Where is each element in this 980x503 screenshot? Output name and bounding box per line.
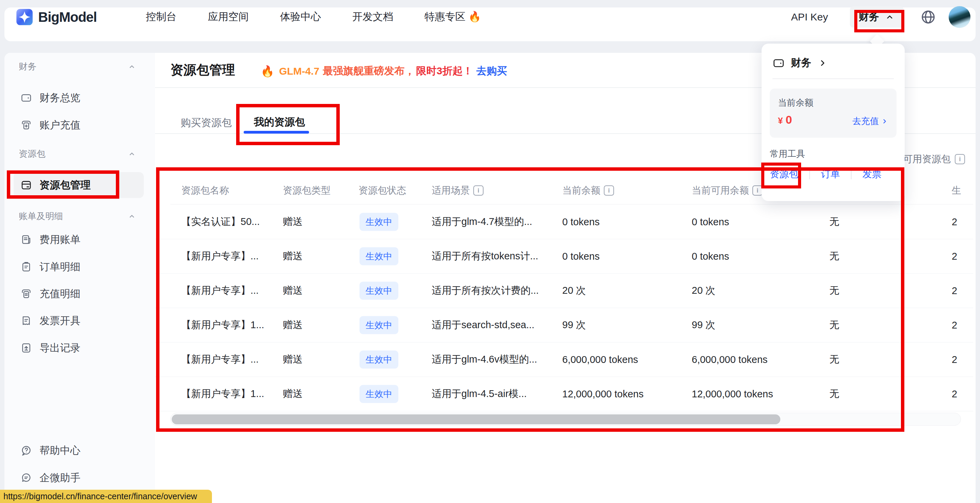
- pack-scene: 适用于所有按tokens计...: [432, 250, 538, 263]
- pack-available: 0 tokens: [692, 250, 729, 262]
- tab-my-resource-pack[interactable]: 我的资源包: [254, 115, 305, 129]
- pack-balance: 20 次: [562, 284, 586, 298]
- balance-card: 当前余额 ¥0 去充值: [770, 89, 897, 138]
- nav-item-experience[interactable]: 体验中心: [280, 10, 321, 24]
- wallet-icon: [773, 57, 785, 69]
- sidebar-section-bills[interactable]: 账单及明细: [19, 210, 142, 222]
- table-row[interactable]: 【实名认证】50... 赠送 生效中 适用于glm-4.7模型的... 0 to…: [155, 204, 973, 239]
- chevron-up-icon: [127, 62, 137, 72]
- status-badge: 生效中: [360, 282, 398, 299]
- recharge-icon: [21, 288, 32, 299]
- recharge-link[interactable]: 去充值: [852, 115, 888, 127]
- page-title: 资源包管理: [170, 61, 235, 79]
- column-header-scene: 适用场景i: [432, 184, 484, 197]
- bill-icon: [21, 234, 32, 245]
- nav-item-deals[interactable]: 特惠专区 🔥: [425, 10, 481, 24]
- bigmodel-logo-icon: [16, 8, 33, 26]
- chevron-up-icon: [127, 149, 137, 159]
- nav-item-docs[interactable]: 开发文档: [352, 10, 393, 24]
- sidebar-item-invoice[interactable]: 发票开具: [14, 308, 144, 334]
- pack-balance: 0 tokens: [562, 250, 600, 262]
- chevron-right-icon: [818, 58, 828, 68]
- nav-item-console[interactable]: 控制台: [146, 10, 177, 24]
- sidebar-item-finance-overview[interactable]: 财务总览: [14, 85, 144, 111]
- pack-available: 6,000,000 tokens: [692, 354, 768, 365]
- pack-expire: 无: [829, 387, 839, 401]
- status-badge: 生效中: [360, 385, 398, 403]
- nav-item-api-key[interactable]: API Key: [791, 11, 828, 23]
- fire-icon: 🔥: [468, 11, 481, 22]
- pack-scene: 适用于glm-4.7模型的...: [432, 215, 532, 229]
- tool-link-invoices[interactable]: 发票: [862, 168, 881, 181]
- pack-effective: 2: [952, 388, 957, 400]
- pack-balance: 6,000,000 tokens: [562, 354, 638, 365]
- status-url: https://bigmodel.cn/finance-center/finan…: [3, 492, 197, 501]
- balance-label: 当前余额: [778, 97, 813, 109]
- pack-type: 赠送: [283, 353, 302, 366]
- dropdown-finance-header[interactable]: 财务: [773, 56, 828, 70]
- tab-buy-resource-pack[interactable]: 购买资源包: [181, 116, 232, 130]
- pack-type: 赠送: [283, 215, 302, 229]
- column-header-status: 资源包状态: [358, 184, 406, 197]
- pack-available: 99 次: [692, 318, 715, 332]
- pack-balance: 12,000,000 tokens: [562, 388, 644, 400]
- fire-icon: 🔥: [261, 65, 274, 78]
- wallet-icon: [21, 92, 32, 103]
- pack-effective: 2: [952, 285, 957, 296]
- export-icon: [21, 342, 32, 354]
- table-row[interactable]: 【新用户专享】1... 赠送 生效中 适用于glm-4.5-air模... 12…: [155, 377, 973, 411]
- table-row[interactable]: 【新用户专享】... 赠送 生效中 适用于glm-4.6v模型的... 6,00…: [155, 342, 973, 377]
- horizontal-scrollbar-thumb[interactable]: [172, 414, 780, 424]
- bigmodel-logo-text: BigModel: [38, 10, 97, 25]
- pack-balance: 0 tokens: [562, 216, 600, 227]
- pack-expire: 无: [829, 284, 839, 298]
- sidebar-section-resource-pack[interactable]: 资源包: [19, 148, 142, 160]
- sidebar-item-expense-bill[interactable]: 费用账单: [14, 227, 144, 253]
- info-icon: i: [955, 154, 965, 164]
- pack-scene: 适用于所有按次计费的...: [432, 284, 539, 298]
- column-header-available: 当前可用余额i: [692, 184, 763, 197]
- chat-icon: [21, 472, 32, 484]
- sidebar-item-export-records[interactable]: 导出记录: [14, 335, 144, 361]
- pack-effective: 2: [952, 250, 957, 262]
- sidebar-item-account-recharge[interactable]: 账户充值: [14, 112, 144, 138]
- bigmodel-logo[interactable]: BigModel: [16, 8, 97, 26]
- promo-banner: 🔥 GLM-4.7 最强旗舰重磅发布， 限时3折起！ 去购买: [261, 64, 507, 78]
- pack-expire: 无: [829, 318, 839, 332]
- status-badge: 生效中: [360, 350, 398, 368]
- info-icon: i: [604, 185, 614, 196]
- sidebar-section-finance[interactable]: 财务: [19, 60, 142, 73]
- package-icon: [21, 179, 32, 191]
- help-icon: [21, 445, 32, 456]
- link-preview-statusbar: https://bigmodel.cn/finance-center/finan…: [0, 490, 212, 503]
- info-icon: i: [752, 185, 763, 196]
- sidebar-item-resource-pack-management[interactable]: 资源包管理: [14, 172, 144, 198]
- separator: [809, 169, 810, 179]
- nav-right: API Key 财务: [791, 0, 970, 34]
- finance-menu-button[interactable]: 财务: [850, 6, 904, 28]
- table-row[interactable]: 【新用户专享】... 赠送 生效中 适用于所有按tokens计... 0 tok…: [155, 239, 973, 274]
- pack-effective: 2: [952, 319, 957, 331]
- sidebar-item-order-details[interactable]: 订单明细: [14, 254, 144, 280]
- pack-available: 20 次: [692, 284, 715, 298]
- chevron-up-icon: [127, 212, 137, 221]
- common-tools-label: 常用工具: [770, 148, 805, 160]
- pack-scene: 适用于search-std,sea...: [432, 318, 534, 332]
- sidebar-item-help-center[interactable]: 帮助中心: [14, 438, 144, 463]
- nav-item-app-space[interactable]: 应用空间: [208, 10, 249, 24]
- pack-available: 0 tokens: [692, 216, 729, 227]
- sidebar-item-wecom-assistant[interactable]: 企微助手: [14, 465, 144, 491]
- table-row[interactable]: 【新用户专享】... 赠送 生效中 适用于所有按次计费的... 20 次 20 …: [155, 273, 973, 308]
- pack-name: 【新用户专享】1...: [181, 318, 264, 332]
- globe-icon[interactable]: [920, 9, 936, 25]
- sidebar-item-recharge-details[interactable]: 充值明细: [14, 281, 144, 307]
- pack-available: 12,000,000 tokens: [692, 388, 773, 400]
- common-tools-links: 资源包 订单 发票: [770, 168, 881, 181]
- tool-link-orders[interactable]: 订单: [821, 168, 840, 181]
- promo-text: 最强旗舰重磅发布，: [323, 64, 415, 78]
- table-row[interactable]: 【新用户专享】1... 赠送 生效中 适用于search-std,sea... …: [155, 308, 973, 342]
- user-avatar[interactable]: [949, 6, 970, 28]
- promo-buy-link[interactable]: 去购买: [476, 64, 507, 78]
- chevron-right-icon: [881, 118, 888, 125]
- tool-link-resource-pack[interactable]: 资源包: [770, 168, 799, 181]
